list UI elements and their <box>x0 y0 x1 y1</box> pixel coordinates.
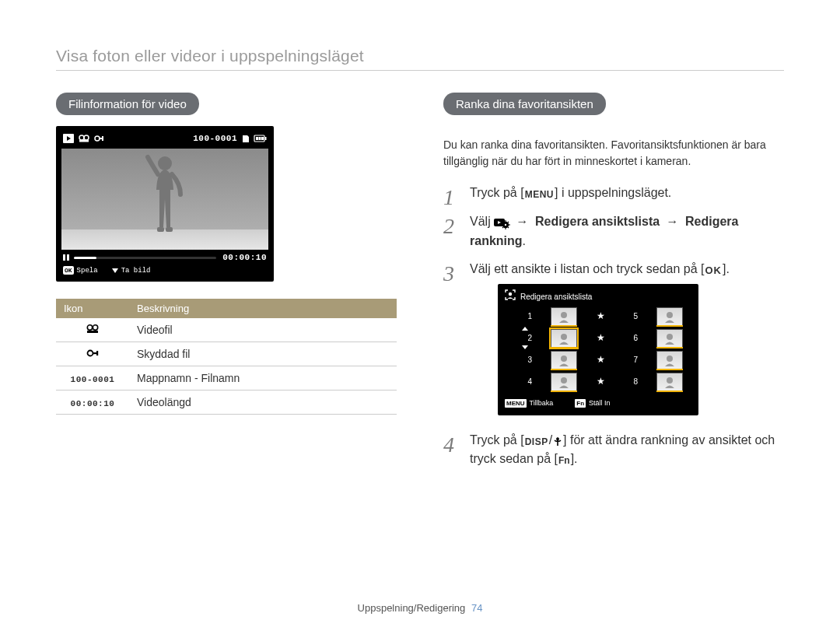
battery-icon <box>254 135 267 142</box>
memory-card-icon <box>242 134 250 143</box>
section-pill-rank-faces: Ranka dina favoritansikten <box>443 93 606 115</box>
face-rank-number: 3 <box>518 354 532 366</box>
svg-rect-11 <box>261 137 264 140</box>
table-header-icon: Ikon <box>56 299 129 318</box>
svg-point-2 <box>79 135 84 140</box>
arrow-icon: → <box>667 215 679 228</box>
face-rank-number: 6 <box>624 332 638 345</box>
down-arrow-icon <box>112 268 118 273</box>
footer-page-number: 74 <box>471 602 482 614</box>
video-file-icon <box>86 324 99 336</box>
step-2: Välj → Redigera ansiktslista → Redigera … <box>443 212 784 251</box>
menu-button-icon: MENU <box>524 187 555 202</box>
step-1: Tryck på [MENU] i uppspelningsläget. <box>443 184 784 203</box>
table-header-desc: Beskrivning <box>129 299 397 318</box>
svg-rect-23 <box>96 351 98 356</box>
star-icon: ★ <box>596 309 605 324</box>
face-thumbnail <box>551 373 577 391</box>
disp-button-icon: DISP <box>524 435 549 450</box>
arrow-icon: → <box>516 215 529 228</box>
star-icon: ★ <box>596 374 605 389</box>
svg-rect-20 <box>87 331 98 333</box>
svg-rect-10 <box>259 137 261 140</box>
table-row: 00:00:10 Videolängd <box>56 391 397 415</box>
camera-lcd-preview: 100-0001 <box>56 126 274 282</box>
svg-point-3 <box>84 135 89 140</box>
svg-point-28 <box>509 292 512 296</box>
svg-point-35 <box>561 377 567 384</box>
table-row: Skyddad fil <box>56 342 397 366</box>
face-thumbnail <box>656 329 683 348</box>
time-sample-icon: 00:00:10 <box>71 399 115 408</box>
face-rank-number: 8 <box>624 376 638 388</box>
lcd-time-label: 00:00:10 <box>222 253 267 262</box>
face-rank-number: 7 <box>624 354 638 366</box>
svg-point-29 <box>561 312 567 318</box>
page-footer: Uppspelning/Redigering 74 <box>0 602 840 614</box>
svg-point-27 <box>505 224 506 226</box>
face-thumbnail <box>656 373 683 391</box>
star-icon: ★ <box>596 352 605 367</box>
svg-rect-4 <box>79 140 89 142</box>
lcd-filename-label: 100-0001 <box>193 134 237 143</box>
table-row: Videofil <box>56 318 397 342</box>
face-rank-number: 5 <box>624 310 638 323</box>
svg-point-34 <box>667 356 673 362</box>
face-rank-number-selected: 2 <box>518 332 532 345</box>
svg-point-21 <box>88 351 93 356</box>
silhouette-boy-icon <box>142 152 188 240</box>
face-rank-number: 1 <box>518 310 532 323</box>
svg-point-36 <box>667 377 673 384</box>
star-icon: ★ <box>596 331 605 345</box>
step3-text-b: ]. <box>723 262 730 275</box>
mini-lcd-back-label: Tillbaka <box>530 398 554 409</box>
face-thumbnail <box>656 307 683 326</box>
table-cell-desc: Mappnamn - Filnamn <box>129 366 397 391</box>
face-list-lcd-preview: Redigera ansiktslista 1 ★ 5 2 ★ 6 <box>498 284 698 415</box>
pause-icon <box>63 254 69 261</box>
table-cell-desc: Skyddad fil <box>129 342 397 366</box>
step4-text-c: ]. <box>571 452 578 465</box>
page-title: Visa foton eller videor i uppspelningslä… <box>56 47 784 71</box>
svg-point-18 <box>87 325 92 330</box>
table-cell-desc: Videolängd <box>129 391 397 415</box>
svg-rect-15 <box>166 227 173 232</box>
svg-point-33 <box>561 356 567 362</box>
fn-button-icon: Fn <box>575 399 586 408</box>
lock-icon <box>86 348 99 360</box>
ok-button-icon: OK <box>63 266 74 275</box>
fn-button-icon: Fn <box>558 454 571 468</box>
svg-point-32 <box>667 334 673 340</box>
step3-text-a: Välj ett ansikte i listan och tryck seda… <box>470 262 704 275</box>
play-indicator-icon <box>63 134 74 143</box>
footer-section-label: Uppspelning/Redigering <box>358 602 466 614</box>
svg-point-13 <box>158 156 172 170</box>
steps-list: Tryck på [MENU] i uppspelningsläget. Väl… <box>443 184 784 469</box>
svg-rect-16 <box>63 254 65 261</box>
menu-button-icon: MENU <box>505 399 527 408</box>
video-file-icon <box>79 135 89 142</box>
intro-text: Du kan ranka dina favoritansikten. Favor… <box>443 137 784 170</box>
mini-lcd-title: Redigera ansiktslista <box>520 291 592 303</box>
svg-point-19 <box>93 325 97 330</box>
face-thumbnail <box>551 351 577 370</box>
playback-settings-icon <box>494 217 509 228</box>
face-thumbnail <box>551 307 577 326</box>
svg-rect-9 <box>256 137 258 140</box>
lcd-video-thumbnail <box>61 149 268 250</box>
face-detect-icon <box>505 289 516 304</box>
ok-button-icon: OK <box>704 263 723 278</box>
svg-point-30 <box>667 312 673 318</box>
step2-period: . <box>523 234 526 247</box>
face-rank-number: 4 <box>518 376 532 388</box>
step-4: Tryck på [DISP/ ] för att ändra rankning… <box>443 431 784 470</box>
icon-description-table: Ikon Beskrivning Videofil <box>56 299 397 415</box>
progress-bar <box>74 257 216 259</box>
svg-rect-12 <box>265 137 267 140</box>
table-row: 100-0001 Mappnamn - Filnamn <box>56 366 397 391</box>
svg-rect-17 <box>67 254 69 261</box>
lock-icon <box>94 134 103 143</box>
step4-text-a: Tryck på [ <box>470 433 524 447</box>
step2-text-a: Välj <box>470 215 494 228</box>
svg-rect-7 <box>102 136 103 141</box>
